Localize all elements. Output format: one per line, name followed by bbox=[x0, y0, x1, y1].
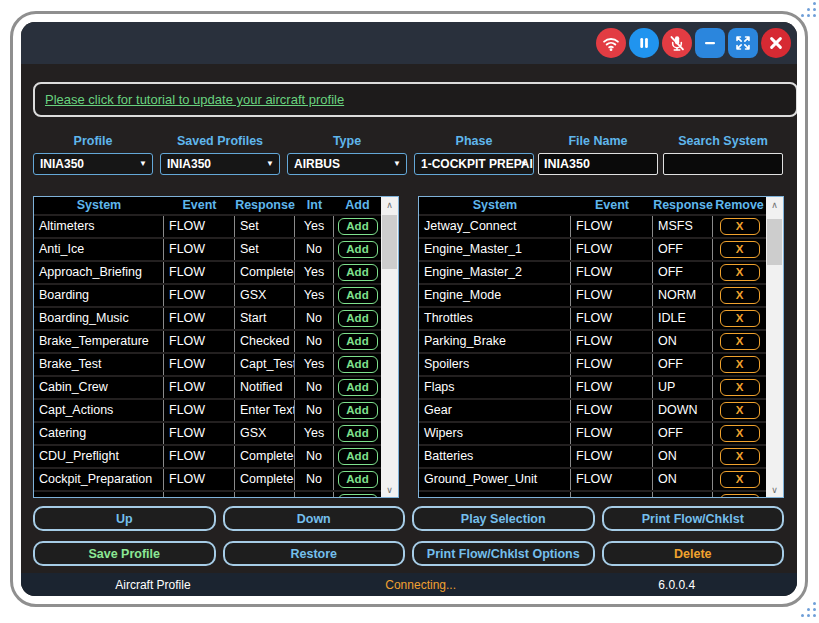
maximize-icon[interactable] bbox=[728, 28, 758, 58]
left-table-body: AltimetersFLOWSetYesAddAnti_IceFLOWSetNo… bbox=[34, 216, 381, 497]
add-button[interactable]: Add bbox=[338, 402, 378, 419]
table-row[interactable]: Approach_BriefingFLOWCompletedYesAdd bbox=[34, 262, 381, 283]
add-button[interactable]: Add bbox=[338, 471, 378, 488]
scrollbar-thumb[interactable] bbox=[767, 219, 782, 265]
scroll-up-icon[interactable]: ∧ bbox=[381, 197, 398, 212]
action-cell: X bbox=[713, 469, 766, 490]
remove-button[interactable]: X bbox=[720, 218, 760, 235]
remove-button[interactable]: X bbox=[720, 379, 760, 396]
print-flow-chklst-options-button[interactable]: Print Flow/Chklst Options bbox=[412, 541, 595, 566]
system-cell: Approach_Briefing bbox=[34, 262, 164, 283]
add-button[interactable]: Add bbox=[338, 448, 378, 465]
minimize-icon[interactable] bbox=[695, 28, 725, 58]
action-cell: Add bbox=[334, 239, 381, 260]
scroll-down-icon[interactable]: ∨ bbox=[766, 482, 783, 497]
mic-muted-icon[interactable] bbox=[662, 28, 692, 58]
remove-button[interactable]: X bbox=[720, 494, 760, 497]
close-icon[interactable] bbox=[761, 28, 791, 58]
table-row[interactable]: Brake_TemperatureFLOWCheckedNoAdd bbox=[34, 331, 381, 352]
remove-button[interactable]: X bbox=[720, 287, 760, 304]
save-profile-button[interactable]: Save Profile bbox=[33, 541, 216, 566]
event-cell: FLOW bbox=[571, 446, 653, 467]
play-selection-button[interactable]: Play Selection bbox=[412, 506, 595, 531]
statusbar-mode: Aircraft Profile bbox=[115, 578, 190, 592]
table-row[interactable]: WipersFLOWOFFX bbox=[419, 423, 766, 444]
file-name-input[interactable] bbox=[538, 153, 658, 175]
right-table-scrollbar[interactable]: ∧ ∨ bbox=[766, 197, 783, 497]
table-row[interactable]: Brake_TestFLOWCapt_TestYesAdd bbox=[34, 354, 381, 375]
table-row[interactable]: X bbox=[419, 492, 766, 497]
table-row[interactable]: Anti_IceFLOWSetNoAdd bbox=[34, 239, 381, 260]
system-cell: Brake_Test bbox=[34, 354, 164, 375]
scroll-up-icon[interactable]: ∧ bbox=[766, 197, 783, 212]
table-row[interactable]: Jetway_ConnectFLOWMSFSX bbox=[419, 216, 766, 237]
down-button[interactable]: Down bbox=[223, 506, 406, 531]
remove-button[interactable]: X bbox=[720, 402, 760, 419]
table-row[interactable]: CateringFLOWGSXYesAdd bbox=[34, 423, 381, 444]
add-button[interactable]: Add bbox=[338, 333, 378, 350]
column-header-response: Response bbox=[235, 197, 295, 214]
remove-button[interactable]: X bbox=[720, 333, 760, 350]
remove-button[interactable]: X bbox=[720, 471, 760, 488]
print-flow-chklst-button[interactable]: Print Flow/Chklst bbox=[602, 506, 785, 531]
add-button[interactable]: Add bbox=[338, 356, 378, 373]
add-button[interactable]: Add bbox=[338, 494, 378, 497]
remove-button[interactable]: X bbox=[720, 310, 760, 327]
table-row[interactable]: BatteriesFLOWONX bbox=[419, 446, 766, 467]
table-row[interactable]: GearFLOWDOWNX bbox=[419, 400, 766, 421]
remove-button[interactable]: X bbox=[720, 264, 760, 281]
table-row[interactable]: Engine_Master_2FLOWOFFX bbox=[419, 262, 766, 283]
table-row[interactable]: Engine_ModeFLOWNORMX bbox=[419, 285, 766, 306]
add-button[interactable]: Add bbox=[338, 241, 378, 258]
table-row[interactable]: ThrottlesFLOWIDLEX bbox=[419, 308, 766, 329]
action-cell: Add bbox=[334, 216, 381, 237]
event-cell: FLOW bbox=[164, 216, 235, 237]
table-row[interactable]: Cockpit_PreparationFLOWCompletedNoAdd bbox=[34, 469, 381, 490]
remove-button[interactable]: X bbox=[720, 241, 760, 258]
remove-button[interactable]: X bbox=[720, 356, 760, 373]
search-system-input[interactable] bbox=[663, 153, 783, 175]
table-row[interactable]: Cabin_CrewFLOWNotifiedNoAdd bbox=[34, 377, 381, 398]
remove-button[interactable]: X bbox=[720, 448, 760, 465]
add-button[interactable]: Add bbox=[338, 218, 378, 235]
table-row[interactable]: SpoilersFLOWOFFX bbox=[419, 354, 766, 375]
int-cell: Yes bbox=[295, 354, 334, 375]
profile-dropdown[interactable]: INIA350 ▼ bbox=[33, 153, 153, 175]
type-field: Type AIRBUS ▼ bbox=[287, 134, 407, 175]
delete-button[interactable]: Delete bbox=[602, 541, 785, 566]
remove-button[interactable]: X bbox=[720, 425, 760, 442]
table-row[interactable]: AltimetersFLOWSetYesAdd bbox=[34, 216, 381, 237]
scroll-down-icon[interactable]: ∨ bbox=[381, 482, 398, 497]
table-row[interactable]: BoardingFLOWGSXYesAdd bbox=[34, 285, 381, 306]
resize-grip-top-right[interactable] bbox=[799, 2, 817, 20]
up-button[interactable]: Up bbox=[33, 506, 216, 531]
table-row[interactable]: Add bbox=[34, 492, 381, 497]
pause-icon[interactable] bbox=[629, 28, 659, 58]
add-button[interactable]: Add bbox=[338, 310, 378, 327]
button-row-1: Up Down Play Selection Print Flow/Chklst bbox=[33, 506, 784, 531]
table-row[interactable]: Boarding_MusicFLOWStartNoAdd bbox=[34, 308, 381, 329]
resize-grip-bottom-right[interactable] bbox=[799, 602, 817, 620]
add-button[interactable]: Add bbox=[338, 264, 378, 281]
table-row[interactable]: FlapsFLOWUPX bbox=[419, 377, 766, 398]
wifi-icon[interactable] bbox=[596, 28, 626, 58]
table-row[interactable]: Capt_ActionsFLOWEnter TextNoAdd bbox=[34, 400, 381, 421]
left-table-scrollbar[interactable]: ∧ ∨ bbox=[381, 197, 398, 497]
scrollbar-thumb[interactable] bbox=[382, 215, 397, 269]
tutorial-link[interactable]: Please click for tutorial to update your… bbox=[45, 92, 344, 107]
table-row[interactable]: Ground_Power_UnitFLOWONX bbox=[419, 469, 766, 490]
system-cell: Gear bbox=[419, 400, 571, 421]
saved-profiles-dropdown[interactable]: INIA350 ▼ bbox=[160, 153, 280, 175]
add-button[interactable]: Add bbox=[338, 379, 378, 396]
table-row[interactable]: Engine_Master_1FLOWOFFX bbox=[419, 239, 766, 260]
restore-button[interactable]: Restore bbox=[223, 541, 406, 566]
add-button[interactable]: Add bbox=[338, 287, 378, 304]
response-cell: OFF bbox=[653, 354, 713, 375]
type-dropdown[interactable]: AIRBUS ▼ bbox=[287, 153, 407, 175]
add-button[interactable]: Add bbox=[338, 425, 378, 442]
phase-dropdown[interactable]: 1-COCKPIT PREPAI ▼ bbox=[414, 153, 534, 175]
table-row[interactable]: Parking_BrakeFLOWONX bbox=[419, 331, 766, 352]
event-cell: FLOW bbox=[571, 262, 653, 283]
table-row[interactable]: CDU_PreflightFLOWCompletedNoAdd bbox=[34, 446, 381, 467]
event-cell: FLOW bbox=[164, 262, 235, 283]
